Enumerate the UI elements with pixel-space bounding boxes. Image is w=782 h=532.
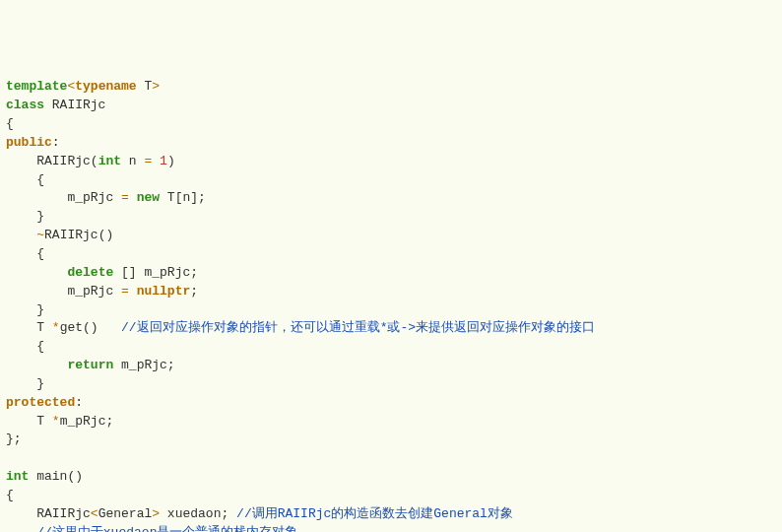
line: return m_pRjc; bbox=[6, 358, 175, 372]
member-name: m_pRjc; bbox=[60, 414, 114, 429]
line: { bbox=[6, 488, 14, 502]
kw-int: int bbox=[98, 154, 121, 168]
colon: : bbox=[75, 395, 83, 410]
colon: : bbox=[52, 135, 60, 150]
line: } bbox=[6, 376, 44, 391]
space bbox=[152, 154, 160, 168]
kw-new: new bbox=[137, 190, 160, 205]
kw-class: class bbox=[6, 98, 44, 112]
indent bbox=[6, 228, 36, 242]
line: RAIIRjc<General> xuedaon; //调用RAIIRjc的构造… bbox=[6, 506, 513, 521]
space bbox=[129, 190, 137, 205]
kw-template: template bbox=[6, 79, 67, 94]
line: class RAIIRjc bbox=[6, 98, 105, 112]
op-gt: > bbox=[152, 506, 160, 521]
line: m_pRjc = nullptr; bbox=[6, 284, 198, 299]
line: delete [] m_pRjc; bbox=[6, 265, 198, 280]
decl: RAIIRjc bbox=[6, 506, 91, 521]
op-tilde: ~ bbox=[36, 228, 44, 242]
dtor-name: RAIIRjc() bbox=[44, 228, 113, 242]
paren-close: ) bbox=[167, 154, 175, 168]
kw-delete: delete bbox=[67, 265, 113, 280]
line: protected: bbox=[6, 395, 83, 410]
indent bbox=[6, 525, 36, 532]
line: { bbox=[6, 116, 14, 131]
member-decl: T bbox=[6, 414, 52, 429]
code-block: template<typename T> class RAIIRjc { pub… bbox=[0, 74, 782, 532]
var: xuedaon; bbox=[160, 506, 236, 521]
line: ~RAIIRjc() bbox=[6, 228, 113, 242]
indent bbox=[6, 265, 67, 280]
brace-semi: }; bbox=[6, 432, 22, 446]
comment-stack: //这里由于xuedaon是一个普通的栈内存对象 bbox=[36, 525, 297, 532]
param-n: n bbox=[121, 154, 144, 168]
line: } bbox=[6, 302, 44, 317]
brace: } bbox=[6, 376, 44, 391]
line: template<typename T> bbox=[6, 79, 160, 94]
type-param: T bbox=[137, 79, 153, 94]
brace: } bbox=[6, 209, 44, 224]
kw-nullptr: nullptr bbox=[137, 284, 191, 299]
type-arg: General bbox=[98, 506, 153, 521]
line: T *m_pRjc; bbox=[6, 414, 113, 429]
op-eq: = bbox=[121, 284, 129, 299]
new-expr: T[n]; bbox=[160, 190, 206, 205]
brace: { bbox=[6, 488, 14, 502]
kw-public: public bbox=[6, 135, 52, 150]
op-gt: > bbox=[152, 79, 160, 94]
ctor-head: RAIIRjc( bbox=[6, 154, 98, 168]
line: } bbox=[6, 209, 44, 224]
line: { bbox=[6, 339, 44, 354]
line: public: bbox=[6, 135, 60, 150]
op-lt: < bbox=[91, 506, 98, 521]
fn-main: main() bbox=[29, 469, 83, 484]
class-name: RAIIRjc bbox=[44, 98, 105, 112]
comment-get: //返回对应操作对象的指针，还可以通过重载*或->来提供返回对应操作对象的接口 bbox=[121, 320, 595, 335]
member: m_pRjc bbox=[6, 190, 121, 205]
brace: { bbox=[6, 246, 44, 261]
line: { bbox=[6, 246, 44, 261]
op-star: * bbox=[52, 320, 60, 335]
line: }; bbox=[6, 432, 22, 446]
ret-expr: m_pRjc; bbox=[113, 358, 174, 372]
brace: { bbox=[6, 116, 14, 131]
space bbox=[129, 284, 137, 299]
op-star: * bbox=[52, 414, 60, 429]
num-1: 1 bbox=[160, 154, 167, 168]
line: RAIIRjc(int n = 1) bbox=[6, 154, 175, 168]
delete-expr: [] m_pRjc; bbox=[113, 265, 198, 280]
member: m_pRjc bbox=[6, 284, 121, 299]
brace: { bbox=[6, 339, 44, 354]
ret-type: T bbox=[6, 320, 52, 335]
line: { bbox=[6, 172, 44, 187]
brace: { bbox=[6, 172, 44, 187]
kw-return: return bbox=[67, 358, 113, 372]
kw-int: int bbox=[6, 469, 29, 484]
kw-typename: typename bbox=[75, 79, 136, 94]
kw-protected: protected bbox=[6, 395, 75, 410]
fn-get: get() bbox=[60, 320, 121, 335]
line: int main() bbox=[6, 469, 83, 484]
line: //这里由于xuedaon是一个普通的栈内存对象 bbox=[6, 525, 297, 532]
brace: } bbox=[6, 302, 44, 317]
comment-ctor: //调用RAIIRjc的构造函数去创建General对象 bbox=[236, 506, 513, 521]
indent bbox=[6, 358, 67, 372]
semi: ; bbox=[190, 284, 198, 299]
line: m_pRjc = new T[n]; bbox=[6, 190, 206, 205]
op-eq: = bbox=[121, 190, 129, 205]
line: T *get() //返回对应操作对象的指针，还可以通过重载*或->来提供返回对… bbox=[6, 320, 595, 335]
